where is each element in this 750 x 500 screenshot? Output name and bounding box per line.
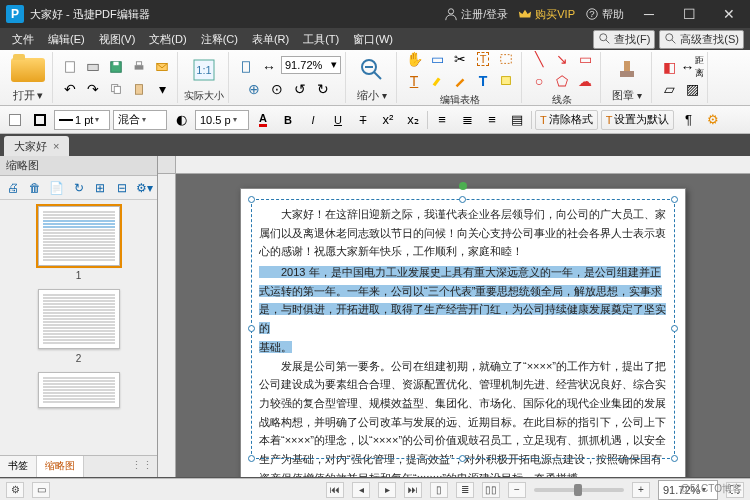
text-tool-button[interactable]: T (403, 70, 425, 92)
side-tab-thumbnails[interactable]: 缩略图 (37, 456, 84, 477)
fit-width-button[interactable]: ↔ (258, 56, 280, 78)
rotate-left-button[interactable]: ↺ (289, 78, 311, 100)
zoom-slider-knob[interactable] (574, 484, 582, 496)
options-button[interactable]: ⚙ (702, 109, 724, 131)
thumb-enlarge-button[interactable]: ⊞ (90, 178, 110, 198)
document-scroll-area[interactable]: 大家好！在这辞旧迎新之际，我谨代表企业各层领导们，向公司的广大员工、家属们以及离… (176, 174, 750, 477)
superscript-button[interactable]: x² (377, 109, 399, 131)
sb-layout-button[interactable]: ▭ (32, 482, 50, 498)
stamp-button[interactable] (607, 52, 647, 87)
oval-button[interactable]: ○ (528, 70, 550, 92)
thumb-delete-button[interactable]: 🗑 (25, 178, 45, 198)
eraser-button[interactable]: ◧ (658, 56, 680, 78)
line-weight-combo[interactable]: 1 pt▾ (54, 110, 110, 130)
paste-button[interactable] (128, 78, 150, 100)
side-tab-grip-icon[interactable]: ⋮⋮ (127, 456, 157, 477)
menu-window[interactable]: 窗口(W) (347, 30, 399, 49)
menu-document[interactable]: 文档(D) (143, 30, 192, 49)
fit-page-button[interactable] (235, 56, 257, 78)
redo-button[interactable]: ↷ (82, 78, 104, 100)
perimeter-button[interactable]: ▱ (658, 78, 680, 100)
edit-object-button[interactable] (495, 50, 517, 70)
underline-button[interactable]: U (327, 109, 349, 131)
thumb-insert-button[interactable]: 📄 (47, 178, 67, 198)
bold-button[interactable]: B (277, 109, 299, 131)
sb-next-page-button[interactable]: ▸ (378, 482, 396, 498)
sb-continuous-button[interactable]: ≣ (456, 482, 474, 498)
close-tab-icon[interactable]: × (53, 140, 59, 152)
rotate-right-button[interactable]: ↻ (312, 78, 334, 100)
font-color-button[interactable]: A (252, 109, 274, 131)
subscript-button[interactable]: x₂ (402, 109, 424, 131)
minimize-button[interactable]: ─ (634, 6, 664, 22)
blend-combo[interactable]: 混合▾ (113, 110, 167, 130)
zoom-out-button[interactable] (352, 52, 392, 87)
save-button[interactable] (105, 56, 127, 78)
thumb-rotate-button[interactable]: ↻ (69, 178, 89, 198)
edit-text-button[interactable]: T (472, 50, 494, 70)
print-button[interactable] (128, 56, 150, 78)
thumbnail-page-3[interactable] (38, 372, 120, 408)
thumb-options-button[interactable]: ⚙▾ (134, 178, 154, 198)
clear-format-button[interactable]: T清除格式 (535, 110, 598, 130)
zoom-combo[interactable]: 91.72%▾ (281, 56, 341, 74)
page-text-content[interactable]: 大家好！在这辞旧迎新之际，我谨代表企业各层领导们，向公司的广大员工、家属们以及离… (241, 189, 685, 477)
undo-button[interactable]: ↶ (59, 78, 81, 100)
new-doc-button[interactable] (59, 56, 81, 78)
thumbnail-page-2[interactable] (38, 289, 120, 349)
sb-zoom-in-button[interactable]: + (632, 482, 650, 498)
email-button[interactable] (151, 56, 173, 78)
align-right-button[interactable]: ≡ (481, 109, 503, 131)
pencil-button[interactable] (449, 70, 471, 92)
add-text-button[interactable]: T (472, 70, 494, 92)
menu-view[interactable]: 视图(V) (93, 30, 142, 49)
zoom-100-button[interactable]: ⊙ (266, 78, 288, 100)
align-justify-button[interactable]: ▤ (506, 109, 528, 131)
side-tab-bookmarks[interactable]: 书签 (0, 456, 37, 477)
zoom-slider[interactable] (534, 488, 624, 492)
menu-file[interactable]: 文件 (6, 30, 40, 49)
buy-vip-button[interactable]: 购买VIP (518, 7, 575, 22)
menu-comment[interactable]: 注释(C) (195, 30, 244, 49)
sb-facing-button[interactable]: ▯▯ (482, 482, 500, 498)
sb-single-page-button[interactable]: ▯ (430, 482, 448, 498)
align-center-button[interactable]: ≣ (456, 109, 478, 131)
scan-button[interactable] (82, 56, 104, 78)
paragraph-button[interactable]: ¶ (677, 109, 699, 131)
align-left-button[interactable]: ≡ (431, 109, 453, 131)
open-button[interactable] (8, 52, 48, 87)
close-button[interactable]: ✕ (714, 6, 744, 22)
doc-tab-active[interactable]: 大家好 × (4, 136, 69, 156)
register-login-button[interactable]: 注册/登录 (444, 7, 508, 22)
stroke-color-button[interactable] (29, 109, 51, 131)
sb-options-button[interactable]: ⚙ (6, 482, 24, 498)
thumb-print-button[interactable]: 🖨 (3, 178, 23, 198)
italic-button[interactable]: I (302, 109, 324, 131)
page-canvas[interactable]: 大家好！在这辞旧迎新之际，我谨代表企业各层领导们，向公司的广大员工、家属们以及离… (240, 188, 686, 477)
more-tools-button[interactable]: ▾ (151, 78, 173, 100)
select-tool-button[interactable]: ▭ (426, 50, 448, 70)
sb-zoom-out-button[interactable]: − (508, 482, 526, 498)
zoom-in-button[interactable]: ⊕ (243, 78, 265, 100)
thumbnail-page-1[interactable] (38, 206, 120, 266)
menu-edit[interactable]: 编辑(E) (42, 30, 91, 49)
opacity-button[interactable]: ◐ (170, 109, 192, 131)
actual-size-button[interactable]: 1:1 (184, 52, 224, 88)
sb-first-page-button[interactable]: ⏮ (326, 482, 344, 498)
find-button[interactable]: 查找(F) (593, 30, 655, 49)
area-button[interactable]: ▨ (681, 78, 703, 100)
distance-button[interactable]: ↔距离 (681, 56, 703, 78)
advanced-find-button[interactable]: 高级查找(S) (659, 30, 744, 49)
highlight-button[interactable] (426, 70, 448, 92)
help-button[interactable]: ? 帮助 (585, 7, 624, 22)
thumb-reduce-button[interactable]: ⊟ (112, 178, 132, 198)
copy-button[interactable] (105, 78, 127, 100)
arrow-button[interactable]: ↘ (551, 50, 573, 70)
rect-button[interactable]: ▭ (574, 50, 596, 70)
snapshot-button[interactable]: ✂ (449, 50, 471, 70)
note-button[interactable] (495, 70, 517, 92)
strike-button[interactable]: T (352, 109, 374, 131)
menu-tools[interactable]: 工具(T) (297, 30, 345, 49)
font-size-combo[interactable]: 10.5 p▾ (195, 110, 249, 130)
sb-prev-page-button[interactable]: ◂ (352, 482, 370, 498)
